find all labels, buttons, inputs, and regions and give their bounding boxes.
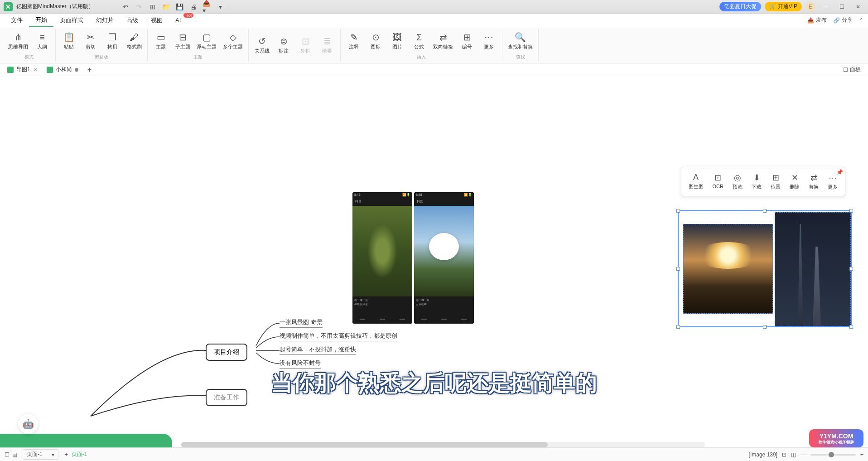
float-btn-替换[interactable]: ⇄替换 <box>805 171 822 192</box>
resize-handle[interactable] <box>763 209 767 213</box>
zoom-slider[interactable] <box>810 454 856 456</box>
fit-view-icon[interactable]: ⊡ <box>782 451 786 458</box>
ribbon-icon: ▭ <box>157 32 165 43</box>
ribbon-group: ✎注释⊙图标🖼图片Σ公式⇄双向链接⊞编号⋯更多插入 <box>341 29 502 61</box>
collapse-ribbon-icon[interactable]: ⌃ <box>859 17 863 24</box>
float-label: 更多 <box>828 184 838 190</box>
menu-ai[interactable]: AIHot <box>169 15 187 25</box>
float-btn-图生图[interactable]: A图生图 <box>685 171 707 192</box>
more-quick-icon[interactable]: ▾ <box>216 2 225 11</box>
phone-header: 抖音 <box>352 199 412 206</box>
float-label: 预览 <box>733 184 743 190</box>
ribbon-label: 格式刷 <box>127 44 142 50</box>
pin-icon[interactable]: 📌 <box>836 169 843 175</box>
float-btn-下载[interactable]: ⬇下载 <box>748 171 765 192</box>
ribbon-btn-浮动主题[interactable]: ▢浮动主题 <box>194 29 219 53</box>
menu-slide[interactable]: 幻灯片 <box>90 15 120 26</box>
zoom-out-button[interactable]: — <box>800 451 806 458</box>
tab-modified-dot <box>75 68 78 72</box>
ribbon-btn-多个主题[interactable]: ◇多个主题 <box>220 29 246 53</box>
maximize-button[interactable]: ☐ <box>835 2 848 11</box>
ribbon-btn-拷贝[interactable]: ❐拷贝 <box>102 29 123 53</box>
ribbon-btn-关系线[interactable]: ↺关系线 <box>251 29 272 61</box>
float-icon: ⬇ <box>753 173 760 183</box>
publish-link[interactable]: 📤 发布 <box>807 16 827 24</box>
ribbon-group: 🔍查找和替换查找 <box>502 29 539 61</box>
ribbon-btn-更多[interactable]: ⋯更多 <box>478 29 499 53</box>
menu-start[interactable]: 开始 <box>29 14 53 27</box>
ribbon-btn-图片[interactable]: 🖼图片 <box>387 29 408 53</box>
mindmap-node-2[interactable]: 准备工作 <box>206 389 247 406</box>
zoom-in-button[interactable]: + <box>860 451 863 458</box>
mindmap-sub-4[interactable]: 没有风险不封号 <box>280 358 321 369</box>
add-tab-button[interactable]: + <box>83 64 96 76</box>
close-button[interactable]: ✕ <box>852 2 864 11</box>
float-btn-OCR[interactable]: ⊡OCR <box>709 171 727 192</box>
outline-view-icon[interactable]: ☐ <box>5 451 10 458</box>
ribbon-btn-编号[interactable]: ⊞编号 <box>457 29 477 53</box>
horizontal-scrollbar[interactable] <box>181 442 705 447</box>
ai-assistant-button[interactable]: 🤖 <box>18 414 38 434</box>
ribbon-btn-公式[interactable]: Σ公式 <box>409 29 429 53</box>
export-icon[interactable]: 📤▾ <box>203 2 212 11</box>
app-icon: ✕ <box>4 2 13 11</box>
ribbon-btn-格式刷[interactable]: 🖌格式刷 <box>124 29 145 53</box>
zoom-thumb[interactable] <box>829 452 834 457</box>
vip-badge[interactable]: 🛒 开通VIP <box>765 2 802 11</box>
resize-handle[interactable] <box>676 209 680 213</box>
root-node-shape[interactable] <box>0 434 172 447</box>
redo-icon[interactable]: ↷ <box>135 2 144 11</box>
ribbon-btn-思维导图[interactable]: ⋔思维导图 <box>5 29 31 53</box>
menu-file[interactable]: 文件 <box>5 15 29 26</box>
ribbon-btn-查找和替换[interactable]: 🔍查找和替换 <box>505 29 535 53</box>
quick-toolbar: ↶ ↷ ⊞ 📁 💾 🖨 📤▾ ▾ <box>121 2 225 11</box>
menu-view[interactable]: 视图 <box>145 15 169 26</box>
tab-close-icon[interactable]: ✕ <box>33 67 38 73</box>
scrollbar-thumb[interactable] <box>181 442 548 447</box>
add-page-button[interactable]: + <box>65 451 68 458</box>
ribbon-icon: ▢ <box>203 32 211 43</box>
canvas[interactable]: 📌 A图生图⊡OCR◎预览⬇下载⊞位置✕删除⇄替换⋯更多 8:48📶🔋 抖音 @… <box>0 76 868 447</box>
zoom-fit-icon[interactable]: ◫ <box>791 451 796 458</box>
ribbon-btn-大纲[interactable]: ≡大纲 <box>32 29 53 53</box>
panel-toggle[interactable]: ☐ 面板 <box>839 64 865 75</box>
ribbon-btn-子主题[interactable]: ⊟子主题 <box>172 29 193 53</box>
mindmap-sub-3[interactable]: 起号简单，不投抖加，涨粉快 <box>280 345 356 355</box>
promo-badge[interactable]: 亿图夏日大促 <box>719 2 761 11</box>
menu-advanced[interactable]: 高级 <box>120 15 145 26</box>
undo-icon[interactable]: ↶ <box>121 2 130 11</box>
page-current[interactable]: 页面-1 <box>72 451 87 458</box>
minimize-button[interactable]: — <box>819 2 832 11</box>
float-btn-位置[interactable]: ⊞位置 <box>767 171 784 192</box>
ribbon-btn-主题[interactable]: ▭主题 <box>150 29 171 53</box>
resize-handle[interactable] <box>849 209 853 213</box>
page-view-icon[interactable]: ▤ <box>12 451 17 458</box>
print-icon[interactable]: 🖨 <box>189 2 198 11</box>
ribbon-btn-图标[interactable]: ⊙图标 <box>365 29 386 53</box>
ribbon-btn-剪切[interactable]: ✂剪切 <box>80 29 101 53</box>
mindmap-node-main[interactable]: 项目介绍 <box>206 344 247 361</box>
share-link[interactable]: 🔗 分享 <box>833 16 853 24</box>
ribbon: ⋔思维导图≡大纲模式📋粘贴✂剪切❐拷贝🖌格式刷剪贴板▭主题⊟子主题▢浮动主题◇多… <box>0 27 868 63</box>
ribbon-btn-标注[interactable]: ⊜标注 <box>273 29 294 61</box>
ribbon-btn-粘贴[interactable]: 📋粘贴 <box>58 29 79 53</box>
menu-page-style[interactable]: 页面样式 <box>53 15 90 26</box>
float-btn-预览[interactable]: ◎预览 <box>729 171 746 192</box>
ribbon-btn-注释[interactable]: ✎注释 <box>343 29 364 53</box>
ribbon-label: 图片 <box>392 44 402 50</box>
watermark-subtext: 软件/游戏/小程序/棋牌 <box>819 440 854 445</box>
page-selector[interactable]: 页面-1▾ <box>23 449 58 460</box>
doc-tab-2[interactable]: 小和尚 <box>42 64 83 75</box>
float-btn-删除[interactable]: ✕删除 <box>786 171 803 192</box>
doc-tab-1[interactable]: 导图1 ✕ <box>3 64 42 75</box>
open-icon[interactable]: 📁 <box>162 2 171 11</box>
mindmap-sub-1[interactable]: 一张风景图 奇景 <box>280 317 323 328</box>
ribbon-label: 关系线 <box>255 48 270 54</box>
ribbon-label: 注释 <box>349 44 359 50</box>
mindmap-sub-2[interactable]: 视频制作简单，不用太高剪辑技巧，都是原创 <box>280 331 397 341</box>
mindmap: 项目介绍 准备工作 一张风景图 奇景 视频制作简单，不用太高剪辑技巧，都是原创 … <box>0 257 868 447</box>
save-icon[interactable]: 💾 <box>175 2 184 11</box>
new-icon[interactable]: ⊞ <box>148 2 157 11</box>
user-avatar[interactable]: E <box>805 2 815 12</box>
ribbon-btn-双向链接[interactable]: ⇄双向链接 <box>430 29 456 53</box>
